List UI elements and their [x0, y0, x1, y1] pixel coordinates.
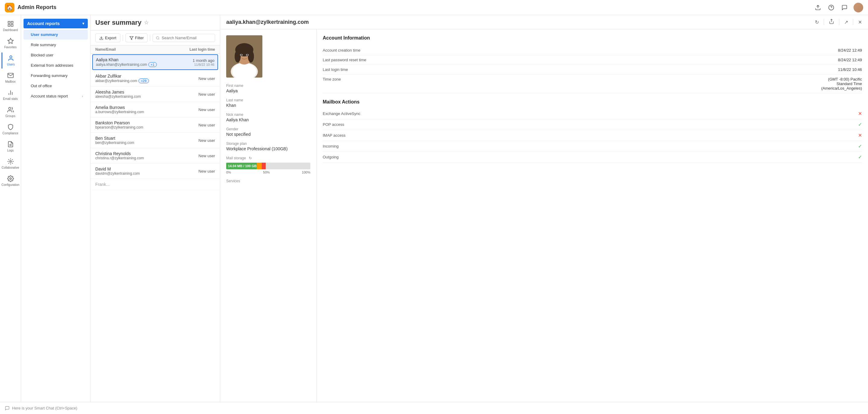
panel-title-text: User summary — [95, 19, 142, 27]
sidebar-item-account-status[interactable]: Account status report › — [24, 91, 88, 101]
export-button[interactable]: Export — [95, 33, 120, 42]
profile-value: Khan — [226, 103, 310, 108]
topbar-right — [814, 3, 863, 12]
favorite-star-icon[interactable]: ☆ — [144, 19, 149, 26]
search-input[interactable] — [162, 36, 212, 40]
list-item[interactable]: Bankston Pearson bpearson@zylkertraining… — [91, 117, 220, 133]
sidebar-item-users[interactable]: Users — [1, 53, 20, 68]
profile-storage-plan: Storage plan Workplace Professional (100… — [226, 142, 310, 151]
sidebar-item-favorites[interactable]: Favorites — [1, 35, 20, 51]
topbar: 🏠 Admin Reports — [0, 0, 868, 15]
filter-button[interactable]: Filter — [125, 33, 148, 42]
share-icon[interactable] — [829, 19, 834, 25]
sidebar-item-out-of-office[interactable]: Out of office — [24, 81, 88, 91]
main-layout: Dashboard Favorites Users Mailbox Email … — [0, 15, 868, 402]
refresh-icon[interactable]: ↻ — [815, 19, 819, 25]
list-item-info: Aaliya Khan aaliya.khan@zylkertraining.c… — [96, 57, 175, 67]
list-item-email: a.burrows@zylkertraining.com — [95, 110, 176, 114]
sidebar-item-external-from[interactable]: External from addresses — [24, 60, 88, 70]
sidebar-item-blocked-user[interactable]: Blocked user — [24, 50, 88, 60]
sidebar-item-compliance[interactable]: Compliance — [1, 121, 20, 137]
profile-nick-name: Nick name Aaliya Khan — [226, 113, 310, 122]
sidebar-icon-label: Favorites — [4, 46, 17, 49]
expand-icon[interactable]: ↗ — [844, 19, 848, 25]
svg-point-19 — [157, 36, 159, 39]
list-item-email: akbar@zylkertraining.com +29 — [95, 79, 176, 83]
sidebar-item-logs[interactable]: Logs — [1, 139, 20, 154]
action-row: Exchange ActiveSync ✕ — [323, 108, 862, 119]
content-area: User summary ☆ Export Filter — [91, 15, 868, 402]
profile-label: Nick name — [226, 113, 310, 117]
sidebar-item-label: Out of office — [31, 84, 52, 88]
list-item[interactable]: Ben Stuart ben@zylkertraining.com New us… — [91, 133, 220, 148]
svg-line-20 — [159, 39, 159, 39]
list-item[interactable]: David M davidm@zylkertraining.com New us… — [91, 164, 220, 179]
profile-section: First name Aaliya Last name Khan Nick na… — [220, 29, 317, 402]
sidebar-item-groups[interactable]: Groups — [1, 104, 20, 120]
divider — [150, 35, 150, 41]
profile-label: Gender — [226, 127, 310, 131]
divider — [123, 35, 123, 41]
list-item-info: Frank... — [95, 182, 215, 187]
svg-rect-5 — [8, 24, 10, 26]
sidebar-item-mailbox[interactable]: Mailbox — [1, 70, 20, 86]
smart-chat-placeholder: Here is your Smart Chat (Ctrl+Space) — [12, 406, 77, 410]
sidebar-item-collaborative[interactable]: Collaborative — [1, 156, 20, 172]
search-icon — [156, 36, 160, 40]
smart-chat-bar[interactable]: Here is your Smart Chat (Ctrl+Space) — [0, 402, 868, 414]
svg-point-16 — [10, 178, 11, 180]
list-item[interactable]: Frank... — [91, 179, 220, 190]
sidebar-item-user-summary[interactable]: User summary — [24, 30, 88, 39]
svg-point-32 — [241, 54, 242, 56]
list-item-info: Aleesha James aleesha@zylkertraining.com — [95, 90, 176, 99]
refresh-storage-icon[interactable]: ↻ — [249, 156, 252, 160]
sidebar-group-label: Account reports — [27, 21, 60, 26]
list-toolbar: Export Filter — [91, 30, 220, 46]
detail-panel: aaliya.khan@zylkertraining.com ↻ ↗ ✕ — [220, 15, 868, 402]
sidebar-menu-header[interactable]: Account reports ▾ — [24, 19, 88, 28]
search-box — [153, 34, 215, 42]
close-icon[interactable]: ✕ — [858, 19, 862, 25]
badge: +29 — [138, 79, 149, 83]
list-item-login: New user — [176, 169, 215, 174]
col-name-header: Name/Email — [95, 48, 176, 52]
list-item-login: New user — [176, 92, 215, 96]
help-icon[interactable] — [827, 3, 835, 12]
sidebar-item-configuration[interactable]: Configuration — [1, 173, 20, 189]
chevron-right-icon: › — [82, 94, 83, 98]
sidebar-item-role-summary[interactable]: Role summary — [24, 40, 88, 50]
sidebar-item-emailstats[interactable]: Email stats — [1, 87, 20, 103]
profile-label: Services — [226, 179, 310, 183]
sidebar-item-label: User summary — [31, 32, 58, 37]
list-item[interactable]: Aleesha James aleesha@zylkertraining.com… — [91, 87, 220, 102]
list-item[interactable]: Amelia Burrows a.burrows@zylkertraining.… — [91, 102, 220, 117]
list-item-name: Akbar Zulfikar — [95, 73, 176, 79]
profile-avatar — [226, 35, 262, 78]
chat-icon[interactable] — [840, 3, 849, 12]
divider — [853, 19, 853, 25]
list-item-info: Ben Stuart ben@zylkertraining.com — [95, 136, 176, 145]
detail-header-actions: ↻ ↗ ✕ — [815, 19, 862, 25]
profile-gender: Gender Not specified — [226, 127, 310, 137]
list-item[interactable]: Akbar Zulfikar akbar@zylkertraining.com … — [91, 70, 220, 87]
sidebar-icon-label: Dashboard — [3, 28, 18, 32]
divider — [824, 19, 824, 25]
app-logo: 🏠 — [5, 3, 14, 12]
list-item[interactable]: Christina Reynolds christina.r@zylkertra… — [91, 148, 220, 164]
svg-rect-6 — [11, 24, 13, 26]
list-item-name: Amelia Burrows — [95, 105, 176, 110]
divider — [839, 19, 839, 25]
list-item[interactable]: Aaliya Khan aaliya.khan@zylkertraining.c… — [92, 54, 218, 70]
list-panel: User summary ☆ Export Filter — [91, 15, 220, 402]
sidebar-icon-label: Compliance — [2, 131, 19, 135]
list-item-email: aleesha@zylkertraining.com — [95, 94, 176, 99]
upload-icon[interactable] — [814, 3, 822, 12]
sidebar-item-label: External from addresses — [31, 63, 73, 67]
user-avatar[interactable] — [854, 3, 863, 12]
storage-used-text: 14.04 MB / 100 GB — [228, 164, 257, 168]
action-row: IMAP access ✕ — [323, 130, 862, 141]
sidebar-item-dashboard[interactable]: Dashboard — [1, 18, 20, 34]
svg-point-29 — [236, 45, 253, 55]
list-col-header: Name/Email Last login time — [91, 46, 220, 54]
sidebar-item-forwarding-summary[interactable]: Forwarding summary — [24, 70, 88, 81]
